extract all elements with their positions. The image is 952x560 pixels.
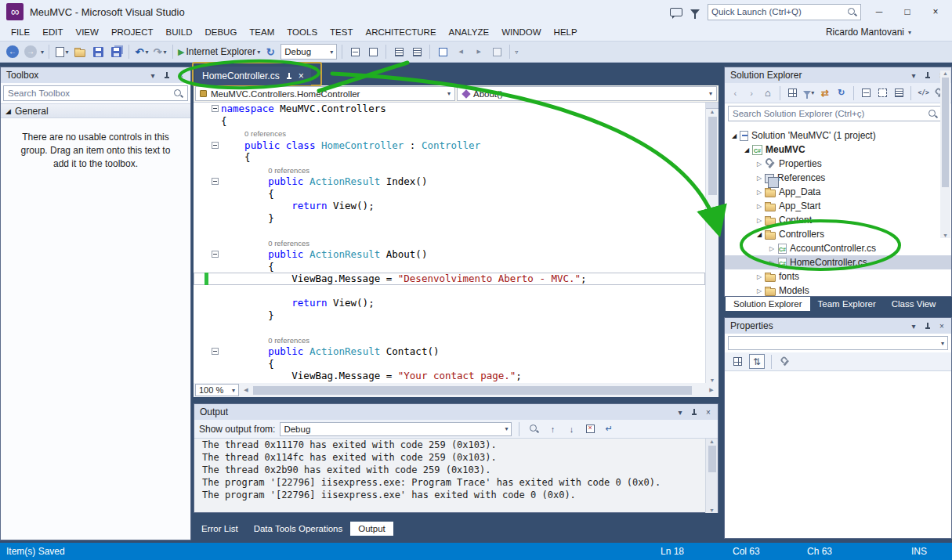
- tab-data-tools-operations[interactable]: Data Tools Operations: [246, 522, 351, 536]
- pin-icon[interactable]: [285, 72, 293, 81]
- menu-item-analyze[interactable]: ANALYZE: [443, 25, 496, 39]
- tree-item-app-data[interactable]: ▷App_Data: [725, 185, 951, 199]
- chevron-down-icon[interactable]: ▾: [41, 49, 44, 56]
- scroll-up-icon[interactable]: ▲: [943, 70, 948, 76]
- scroll-left-icon[interactable]: ◀: [241, 387, 252, 393]
- notifications-icon[interactable]: [690, 9, 700, 15]
- expander-open-icon[interactable]: ◢: [755, 231, 764, 238]
- window-position-icon[interactable]: ▾: [907, 70, 920, 81]
- toolbox-title-bar[interactable]: Toolbox ▾ ×: [1, 67, 190, 83]
- pin-icon[interactable]: [161, 70, 173, 81]
- menu-item-architecture[interactable]: ARCHITECTURE: [359, 25, 442, 39]
- scrollbar-thumb[interactable]: [253, 386, 692, 395]
- menu-item-debug[interactable]: DEBUG: [198, 25, 243, 39]
- properties-object-select[interactable]: ▾: [728, 336, 948, 350]
- tree-item-meumvc[interactable]: ◢C#MeuMVC: [725, 143, 951, 157]
- tree-item-fonts[interactable]: ▷fonts: [725, 269, 951, 284]
- find-in-files-icon[interactable]: [351, 48, 360, 56]
- menu-item-window[interactable]: WINDOW: [495, 25, 547, 39]
- expander-closed-icon[interactable]: ▷: [755, 287, 764, 294]
- properties-title-bar[interactable]: Properties ▾ ×: [725, 318, 951, 334]
- tree-item-properties[interactable]: ▷Properties: [725, 157, 951, 171]
- menu-item-edit[interactable]: EDIT: [36, 25, 69, 39]
- scroll-down-icon[interactable]: ▼: [709, 508, 715, 513]
- expander-closed-icon[interactable]: ▷: [755, 175, 764, 182]
- refresh-icon[interactable]: ↻: [834, 86, 848, 100]
- member-dropdown[interactable]: About() ▾: [457, 86, 717, 101]
- tab-homecontroller[interactable]: HomeController.cs ×: [195, 67, 311, 85]
- refresh-icon[interactable]: ↻: [266, 46, 275, 58]
- close-button[interactable]: ×: [925, 6, 946, 17]
- expander-closed-icon[interactable]: ▷: [755, 273, 764, 280]
- output-title-bar[interactable]: Output ▾ ×: [194, 404, 718, 420]
- new-file-icon[interactable]: [56, 47, 64, 57]
- save-icon[interactable]: [93, 47, 103, 57]
- close-icon[interactable]: ×: [936, 320, 948, 331]
- window-position-icon[interactable]: ▾: [907, 320, 920, 331]
- expander-closed-icon[interactable]: ▷: [767, 245, 776, 252]
- menu-item-tools[interactable]: TOOLS: [281, 25, 324, 39]
- solution-explorer-search-input[interactable]: [733, 109, 925, 118]
- tab-solution-explorer[interactable]: Solution Explorer: [726, 297, 810, 311]
- pin-icon[interactable]: [921, 320, 934, 331]
- expander-closed-icon[interactable]: ▷: [755, 189, 764, 196]
- editor-vertical-scrollbar[interactable]: ▲ ▼: [705, 103, 719, 383]
- open-file-icon[interactable]: [74, 49, 85, 57]
- alphabetical-sort-icon[interactable]: ⇅: [749, 354, 765, 369]
- menu-item-view[interactable]: VIEW: [70, 25, 105, 39]
- type-dropdown[interactable]: MeuMVC.Controllers.HomeController ▾: [195, 86, 455, 101]
- pin-icon[interactable]: [921, 70, 934, 81]
- toolbox-search-box[interactable]: [3, 85, 188, 101]
- output-source-select[interactable]: Debug ▾: [280, 422, 512, 436]
- codelens-references[interactable]: 0 references: [268, 166, 309, 175]
- scroll-right-icon[interactable]: ▶: [706, 387, 717, 393]
- fold-toggle-icon[interactable]: [212, 251, 219, 258]
- expander-closed-icon[interactable]: ▷: [755, 203, 764, 210]
- fold-toggle-icon[interactable]: [212, 142, 219, 149]
- fold-toggle-icon[interactable]: [212, 348, 219, 355]
- signed-in-user[interactable]: Ricardo Mantovani ▾: [826, 27, 952, 38]
- tab-error-list[interactable]: Error List: [194, 522, 246, 536]
- forward-icon[interactable]: ›: [745, 86, 758, 100]
- tab-class-view[interactable]: Class View: [884, 297, 944, 311]
- scroll-up-icon[interactable]: ▲: [710, 109, 715, 114]
- menu-item-project[interactable]: PROJECT: [105, 25, 160, 39]
- scroll-down-icon[interactable]: ▼: [943, 233, 948, 238]
- scrollbar-thumb[interactable]: [708, 117, 717, 195]
- window-position-icon[interactable]: ▾: [674, 406, 686, 417]
- codelens-references[interactable]: 0 references: [268, 239, 309, 247]
- close-icon[interactable]: ×: [702, 406, 715, 417]
- tab-team-explorer[interactable]: Team Explorer: [810, 297, 884, 311]
- scrollbar-thumb[interactable]: [708, 446, 716, 472]
- menu-item-file[interactable]: FILE: [5, 25, 36, 39]
- menu-item-help[interactable]: HELP: [548, 25, 584, 39]
- save-all-icon[interactable]: [111, 47, 121, 57]
- sync-with-active-document-icon[interactable]: ⇄: [819, 86, 832, 100]
- categorized-icon[interactable]: [729, 354, 745, 369]
- home-icon[interactable]: ⌂: [762, 86, 775, 100]
- command-window-icon[interactable]: [369, 48, 378, 56]
- codelens-references[interactable]: 0 references: [268, 336, 309, 345]
- expander-closed-icon[interactable]: ▷: [755, 217, 764, 224]
- switch-views-icon[interactable]: [786, 86, 799, 100]
- view-code-icon[interactable]: </>: [917, 86, 930, 100]
- toggle-word-wrap-icon[interactable]: ↵: [602, 422, 616, 436]
- property-pages-icon[interactable]: [778, 354, 794, 369]
- expander-open-icon[interactable]: ◢: [729, 132, 739, 139]
- next-message-icon[interactable]: ↓: [564, 422, 578, 436]
- menu-item-test[interactable]: TEST: [324, 25, 359, 39]
- close-icon[interactable]: ×: [175, 70, 187, 81]
- previous-bookmark-icon[interactable]: ◀: [459, 49, 463, 55]
- show-all-files-icon[interactable]: [876, 86, 889, 100]
- navigate-forward-icon[interactable]: →: [24, 45, 37, 58]
- maximize-button[interactable]: □: [897, 6, 918, 17]
- pin-icon[interactable]: [688, 406, 700, 417]
- tree-item-homecontroller-cs[interactable]: ▷C#HomeController.cs: [725, 255, 951, 269]
- tree-item-references[interactable]: ▷References: [725, 171, 951, 185]
- zoom-select[interactable]: 100 % ▾: [195, 384, 239, 396]
- toolbox-group-general[interactable]: ◢ General: [1, 103, 190, 118]
- output-vertical-scrollbar[interactable]: ▲ ▼: [705, 439, 718, 513]
- tab-output[interactable]: Output: [350, 522, 393, 536]
- start-debug-button[interactable]: ▶ Internet Explorer ▾: [178, 44, 260, 60]
- previous-message-icon[interactable]: ↑: [545, 422, 559, 436]
